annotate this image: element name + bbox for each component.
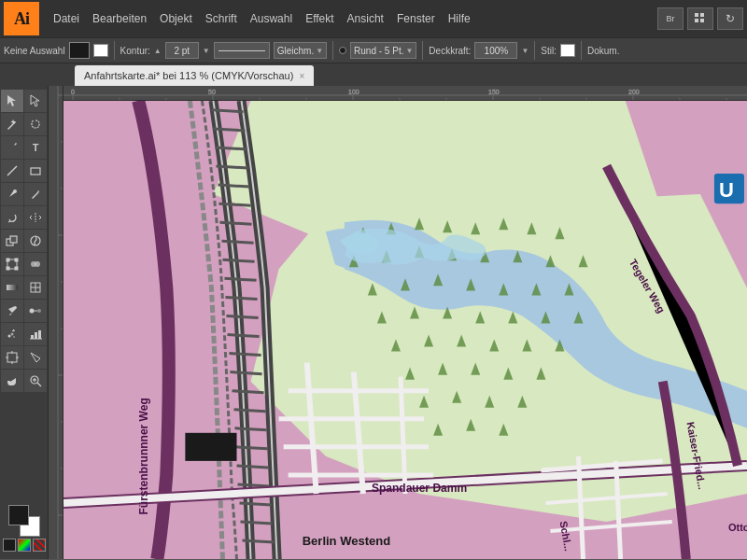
none-swatch[interactable] bbox=[3, 539, 16, 552]
tab-close-button[interactable]: × bbox=[299, 71, 304, 81]
rund-label: Rund - 5 Pt. bbox=[354, 46, 403, 56]
svg-rect-10 bbox=[10, 236, 17, 243]
fill-stroke-swatches[interactable] bbox=[8, 505, 40, 537]
eyedropper-tool[interactable] bbox=[1, 300, 23, 322]
mesh-tool[interactable] bbox=[24, 276, 47, 299]
rotate-tool[interactable] bbox=[1, 206, 23, 229]
svg-line-145 bbox=[235, 428, 267, 430]
column-graph-tool[interactable] bbox=[24, 323, 47, 345]
fill-color[interactable] bbox=[8, 505, 29, 525]
deckkraft-input[interactable] bbox=[474, 42, 517, 59]
tool-row-10 bbox=[1, 300, 47, 322]
svg-rect-166 bbox=[185, 433, 236, 461]
selection-label: Keine Auswahl bbox=[4, 46, 65, 56]
gradient-swatch[interactable] bbox=[18, 539, 31, 552]
stroke-swatch[interactable] bbox=[93, 44, 108, 57]
svg-line-131 bbox=[216, 166, 247, 168]
svg-point-24 bbox=[37, 309, 41, 313]
sync-icon[interactable]: ↻ bbox=[717, 7, 743, 30]
rund-dropdown[interactable]: Rund - 5 Pt. ▼ bbox=[350, 42, 416, 59]
pattern-swatch[interactable] bbox=[33, 539, 46, 552]
toolbar-row: Keine Auswahl Kontur: ▲ ▼ Gleichm. ▼ Run… bbox=[0, 37, 747, 63]
tool-row-8 bbox=[1, 253, 47, 275]
map-svg: U S Fürstenbrunnner Weg Tegeler Weg Span… bbox=[63, 101, 747, 559]
paintbrush-tool[interactable] bbox=[1, 183, 23, 205]
svg-line-143 bbox=[232, 391, 263, 393]
svg-point-23 bbox=[30, 309, 35, 314]
svg-line-132 bbox=[218, 185, 249, 187]
hand-tool[interactable] bbox=[1, 370, 23, 392]
warp-tool[interactable] bbox=[24, 230, 47, 252]
svg-text:Spandauer Damm: Spandauer Damm bbox=[372, 482, 467, 495]
menu-ansicht[interactable]: Ansicht bbox=[341, 8, 390, 29]
document-tab[interactable]: Anfahrtskarte.ai* bei 113 % (CMYK/Vorsch… bbox=[75, 65, 314, 86]
menu-effekt[interactable]: Effekt bbox=[299, 8, 340, 29]
svg-line-130 bbox=[215, 147, 247, 149]
canvas-content[interactable]: U S Fürstenbrunnner Weg Tegeler Weg Span… bbox=[63, 101, 747, 559]
swatch-mini-row bbox=[3, 539, 46, 552]
kontur-input[interactable] bbox=[165, 42, 199, 59]
ruler-top: 0 50 100 150 200 bbox=[63, 86, 747, 101]
magic-wand-tool[interactable] bbox=[1, 113, 23, 135]
menu-datei[interactable]: Datei bbox=[47, 8, 86, 29]
pen-tool[interactable] bbox=[1, 136, 23, 159]
kontur-down-arrow[interactable]: ▼ bbox=[203, 47, 210, 55]
menu-schrift[interactable]: Schrift bbox=[199, 8, 244, 29]
free-transform-tool[interactable] bbox=[1, 253, 23, 275]
svg-text:Otto-S...: Otto-S... bbox=[728, 522, 747, 533]
pencil-tool[interactable] bbox=[24, 183, 47, 205]
menu-auswahl[interactable]: Auswahl bbox=[244, 8, 299, 29]
menu-hilfe[interactable]: Hilfe bbox=[442, 8, 477, 29]
gradient-tool[interactable] bbox=[1, 276, 23, 299]
symbol-sprayer-tool[interactable] bbox=[1, 323, 23, 345]
kontur-label: Kontur: bbox=[120, 46, 150, 56]
svg-line-129 bbox=[213, 129, 245, 131]
svg-line-142 bbox=[230, 372, 261, 374]
rect-tool[interactable] bbox=[24, 160, 47, 182]
reflect-tool[interactable] bbox=[24, 206, 47, 229]
menu-fenster[interactable]: Fenster bbox=[390, 8, 442, 29]
svg-line-139 bbox=[226, 315, 258, 317]
svg-line-138 bbox=[225, 297, 257, 299]
svg-line-134 bbox=[219, 222, 251, 224]
menu-objekt[interactable]: Objekt bbox=[153, 8, 199, 29]
ruler-left bbox=[49, 86, 63, 559]
svg-rect-3 bbox=[700, 19, 704, 22]
scale-tool[interactable] bbox=[1, 230, 23, 252]
lasso-tool[interactable] bbox=[24, 113, 47, 135]
menu-bearbeiten[interactable]: Bearbeiten bbox=[86, 8, 153, 29]
svg-line-128 bbox=[211, 110, 243, 112]
svg-line-136 bbox=[222, 259, 254, 261]
svg-marker-5 bbox=[31, 95, 39, 106]
svg-line-39 bbox=[37, 383, 41, 386]
artboard-tool[interactable] bbox=[1, 346, 23, 369]
type-tool[interactable]: T bbox=[24, 136, 47, 159]
dot-icon bbox=[339, 47, 346, 54]
bridge-icon[interactable]: Br bbox=[657, 7, 684, 30]
blend-tool[interactable] bbox=[24, 300, 47, 322]
canvas-area[interactable]: 0 50 100 150 200 bbox=[49, 86, 747, 559]
kontur-up-arrow[interactable]: ▲ bbox=[154, 47, 162, 55]
svg-point-27 bbox=[11, 333, 14, 336]
svg-rect-0 bbox=[695, 13, 698, 17]
gleichm-arrow: ▼ bbox=[316, 47, 323, 55]
line-style-preview[interactable] bbox=[214, 42, 270, 59]
slice-tool[interactable] bbox=[24, 346, 47, 369]
grid-icon[interactable] bbox=[687, 7, 713, 30]
select-tool[interactable] bbox=[1, 90, 23, 112]
svg-rect-29 bbox=[31, 335, 34, 339]
dokum-label: Dokum. bbox=[587, 46, 619, 56]
svg-point-18 bbox=[35, 261, 40, 267]
deckkraft-arrow[interactable]: ▼ bbox=[521, 47, 529, 55]
tool-row-1 bbox=[1, 90, 47, 112]
svg-rect-64 bbox=[49, 86, 63, 559]
line-tool[interactable] bbox=[1, 160, 23, 182]
main-area: T bbox=[0, 86, 747, 559]
zoom-tool[interactable] bbox=[24, 370, 47, 392]
gleichm-dropdown[interactable]: Gleichm. ▼ bbox=[274, 42, 327, 59]
divider3 bbox=[422, 41, 423, 60]
stil-swatch[interactable] bbox=[560, 44, 575, 57]
direct-select-tool[interactable] bbox=[24, 90, 47, 112]
shape-builder-tool[interactable] bbox=[24, 253, 47, 275]
fill-swatch[interactable] bbox=[69, 42, 90, 59]
